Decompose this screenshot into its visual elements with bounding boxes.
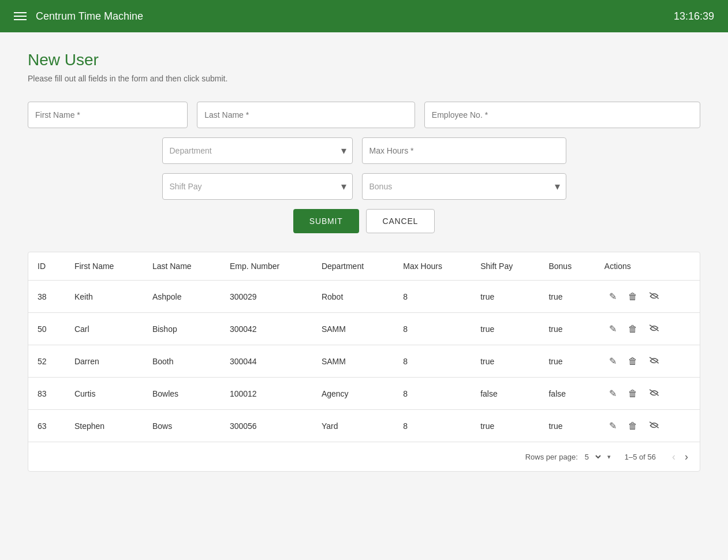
department-select-wrapper: Department Robot SAMM Agency Yard ▾ — [162, 137, 353, 164]
disable-button[interactable] — [645, 386, 663, 401]
col-max-hours: Max Hours — [394, 252, 471, 281]
table-row: 83 Curtis Bowles 100012 Agency 8 false f… — [28, 378, 700, 410]
bonus-select[interactable]: Bonus true false — [363, 174, 566, 199]
next-page-button[interactable]: › — [682, 449, 690, 464]
col-emp-number: Emp. Number — [221, 252, 312, 281]
edit-button[interactable]: ✎ — [606, 289, 620, 304]
pagination-nav: ‹ › — [670, 449, 690, 464]
table-body: 38 Keith Ashpole 300029 Robot 8 true tru… — [28, 281, 700, 442]
employee-no-field[interactable] — [424, 102, 700, 128]
edit-button[interactable]: ✎ — [606, 386, 620, 401]
col-id: ID — [28, 252, 65, 281]
form-row-2: Department Robot SAMM Agency Yard ▾ — [162, 137, 566, 164]
new-user-form: Department Robot SAMM Agency Yard ▾ Shif… — [28, 102, 700, 233]
app-header: Centrum Time Machine 13:16:39 — [0, 0, 728, 32]
table-row: 38 Keith Ashpole 300029 Robot 8 true tru… — [28, 281, 700, 313]
table-row: 63 Stephen Bows 300056 Yard 8 true true … — [28, 410, 700, 442]
shift-pay-select[interactable]: Shift Pay true false — [163, 174, 352, 199]
prev-page-button[interactable]: ‹ — [670, 449, 678, 464]
form-row-1 — [28, 102, 700, 128]
rows-per-page-select[interactable]: 5 10 25 — [583, 452, 603, 462]
header-time: 13:16:39 — [674, 10, 714, 23]
last-name-field[interactable] — [197, 102, 415, 128]
delete-button[interactable]: 🗑 — [625, 354, 641, 369]
table-header: ID First Name Last Name Emp. Number Depa… — [28, 252, 700, 281]
cancel-button[interactable]: CANCEL — [366, 209, 435, 233]
edit-button[interactable]: ✎ — [606, 418, 620, 434]
page-title: New User — [28, 51, 700, 69]
pagination-info: 1–5 of 56 — [625, 453, 656, 461]
col-actions: Actions — [595, 252, 700, 281]
disable-button[interactable] — [645, 322, 663, 337]
col-first-name: First Name — [65, 252, 143, 281]
main-content: New User Please fill out all fields in t… — [0, 32, 728, 490]
rows-per-page-dropdown-icon: ▾ — [607, 453, 611, 461]
rows-per-page-label: Rows per page: 5 10 25 ▾ — [525, 452, 611, 462]
col-last-name: Last Name — [143, 252, 221, 281]
max-hours-field[interactable] — [362, 137, 566, 164]
submit-button[interactable]: SUBMIT — [293, 209, 359, 233]
shift-pay-select-wrapper: Shift Pay true false ▾ — [162, 173, 353, 200]
app-title: Centrum Time Machine — [36, 10, 143, 23]
table-row: 52 Darren Booth 300044 SAMM 8 true true … — [28, 345, 700, 378]
delete-button[interactable]: 🗑 — [625, 386, 641, 401]
delete-button[interactable]: 🗑 — [625, 419, 641, 434]
disable-button[interactable] — [645, 289, 663, 304]
table-row: 50 Carl Bishop 300042 SAMM 8 true true ✎… — [28, 313, 700, 345]
department-select[interactable]: Department Robot SAMM Agency Yard — [163, 138, 352, 163]
menu-button[interactable] — [14, 12, 27, 20]
edit-button[interactable]: ✎ — [606, 353, 620, 369]
col-bonus: Bonus — [539, 252, 595, 281]
disable-button[interactable] — [645, 419, 663, 434]
table-footer: Rows per page: 5 10 25 ▾ 1–5 of 56 ‹ › — [28, 442, 700, 471]
col-shift-pay: Shift Pay — [471, 252, 539, 281]
edit-button[interactable]: ✎ — [606, 321, 620, 337]
col-department: Department — [312, 252, 394, 281]
delete-button[interactable]: 🗑 — [625, 322, 641, 337]
form-row-3: Shift Pay true false ▾ Bonus true false … — [162, 173, 566, 200]
first-name-field[interactable] — [28, 102, 188, 128]
users-table-container: ID First Name Last Name Emp. Number Depa… — [28, 252, 700, 472]
bonus-select-wrapper: Bonus true false ▾ — [362, 173, 566, 200]
form-buttons: SUBMIT CANCEL — [28, 209, 700, 233]
page-subtitle: Please fill out all fields in the form a… — [28, 74, 700, 83]
delete-button[interactable]: 🗑 — [625, 289, 641, 304]
disable-button[interactable] — [645, 354, 663, 369]
users-table: ID First Name Last Name Emp. Number Depa… — [28, 252, 700, 442]
